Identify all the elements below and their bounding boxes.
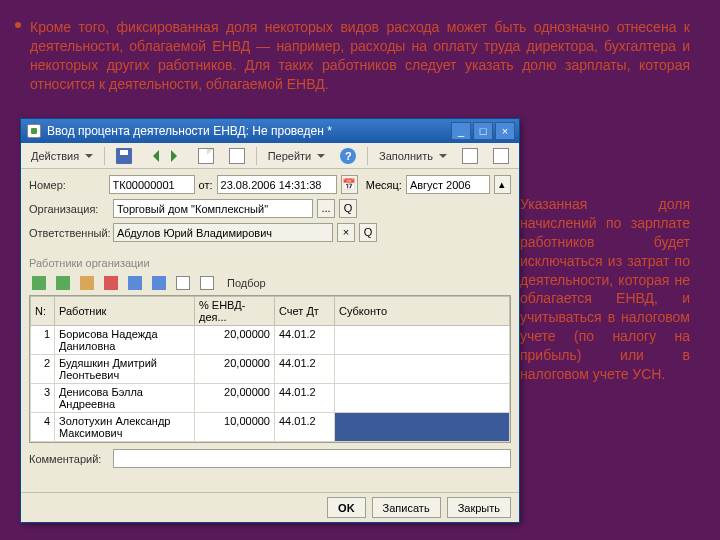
form-area: Номер: от: 📅 Месяц: ▴ Организация: ... Q… [21,169,519,253]
list-button-2[interactable] [487,146,515,166]
cell[interactable] [335,384,510,413]
main-toolbar: Действия Перейти ? Заполнить [21,143,519,169]
cell[interactable] [335,326,510,355]
up-icon [128,276,142,290]
close-window-button[interactable]: × [495,122,515,140]
month-label: Месяц: [366,179,402,191]
number-input[interactable] [109,175,195,194]
help-icon: ? [340,148,356,164]
org-label: Организация: [29,203,109,215]
cell[interactable]: 4 [31,413,55,442]
cell[interactable]: 44.01.2 [275,326,335,355]
edit-row-button[interactable] [77,273,97,293]
org-open-button[interactable]: Q [339,199,357,218]
write-button[interactable]: Записать [372,497,441,518]
resp-input[interactable] [113,223,333,242]
prev-button[interactable] [141,146,162,166]
move-up-button[interactable] [125,273,145,293]
next-button[interactable] [165,146,189,166]
cell[interactable]: 44.01.2 [275,413,335,442]
table-row[interactable]: 4Золотухин Александр Максимович10,000004… [31,413,510,442]
employees-grid: N:Работник% ЕНВД-дея...Счет ДтСубконто 1… [29,295,511,443]
cell[interactable]: 44.01.2 [275,355,335,384]
from-label: от: [199,179,213,191]
cell[interactable]: 1 [31,326,55,355]
comment-input[interactable] [113,449,511,468]
table-row[interactable]: 3Денисова Бэлла Андреевна20,0000044.01.2 [31,384,510,413]
maximize-button[interactable]: □ [473,122,493,140]
down-icon [152,276,166,290]
grid-col-4[interactable]: Субконто [335,297,510,326]
arrow-left-icon [147,150,159,162]
report-button[interactable] [223,146,251,166]
resp-open-button[interactable]: Q [359,223,377,242]
sort-desc-button[interactable] [197,273,217,293]
sort-asc-icon [176,276,190,290]
cell[interactable]: Борисова Надежда Даниловна [55,326,195,355]
edit-icon [80,276,94,290]
delete-icon [104,276,118,290]
cell[interactable]: 3 [31,384,55,413]
grid-col-1[interactable]: Работник [55,297,195,326]
ok-button[interactable]: OK [327,497,366,518]
insert-icon [56,276,70,290]
org-input[interactable] [113,199,313,218]
window-title: Ввод процента деятельности ЕНВД: Не пров… [47,124,449,138]
comment-label: Комментарий: [29,453,109,465]
list-icon-2 [493,148,509,164]
titlebar[interactable]: Ввод процента деятельности ЕНВД: Не пров… [21,119,519,143]
actions-menu[interactable]: Действия [25,146,99,166]
background-text-right: Указанная доля начислений по зарплате ра… [520,195,690,384]
sort-asc-button[interactable] [173,273,193,293]
add-row-button[interactable] [29,273,49,293]
insert-row-button[interactable] [53,273,73,293]
table-row[interactable]: 1Борисова Надежда Даниловна20,0000044.01… [31,326,510,355]
help-button[interactable]: ? [334,146,362,166]
bullet [15,22,21,28]
grid-col-0[interactable]: N: [31,297,55,326]
cell[interactable]: Денисова Бэлла Андреевна [55,384,195,413]
cell[interactable] [335,413,510,442]
save-icon [116,148,132,164]
fill-menu[interactable]: Заполнить [373,146,453,166]
bottom-bar: OK Записать Закрыть [21,492,519,522]
grid-col-3[interactable]: Счет Дт [275,297,335,326]
save-button[interactable] [110,146,138,166]
add-icon [32,276,46,290]
grid-col-2[interactable]: % ЕНВД-дея... [195,297,275,326]
close-button[interactable]: Закрыть [447,497,511,518]
cell[interactable]: Будяшкин Дмитрий Леонтьевич [55,355,195,384]
doc-icon [198,148,214,164]
table-row[interactable]: 2Будяшкин Дмитрий Леонтьевич20,0000044.0… [31,355,510,384]
sort-desc-icon [200,276,214,290]
cell[interactable]: 10,00000 [195,413,275,442]
cell[interactable]: 20,00000 [195,355,275,384]
selection-button[interactable]: Подбор [221,273,272,293]
cell[interactable]: 20,00000 [195,326,275,355]
post-button[interactable] [192,146,220,166]
list-icon [462,148,478,164]
move-down-button[interactable] [149,273,169,293]
background-text-top: Кроме того, фиксированная доля некоторых… [30,18,690,94]
org-select-button[interactable]: ... [317,199,335,218]
dialog-window: Ввод процента деятельности ЕНВД: Не пров… [20,118,520,523]
section-label: Работники организации [21,253,519,271]
resp-label: Ответственный: [29,227,109,239]
delete-row-button[interactable] [101,273,121,293]
calendar-button[interactable]: 📅 [341,175,358,194]
cell[interactable]: 2 [31,355,55,384]
minimize-button[interactable]: _ [451,122,471,140]
arrow-right-icon [171,150,183,162]
resp-clear-button[interactable]: × [337,223,355,242]
goto-menu[interactable]: Перейти [262,146,332,166]
grid-toolbar: Подбор [21,271,519,295]
cell[interactable]: Золотухин Александр Максимович [55,413,195,442]
cell[interactable]: 44.01.2 [275,384,335,413]
month-input[interactable] [406,175,490,194]
number-label: Номер: [29,179,105,191]
month-spinner[interactable]: ▴ [494,175,511,194]
list-button-1[interactable] [456,146,484,166]
cell[interactable]: 20,00000 [195,384,275,413]
cell[interactable] [335,355,510,384]
date-input[interactable] [217,175,337,194]
